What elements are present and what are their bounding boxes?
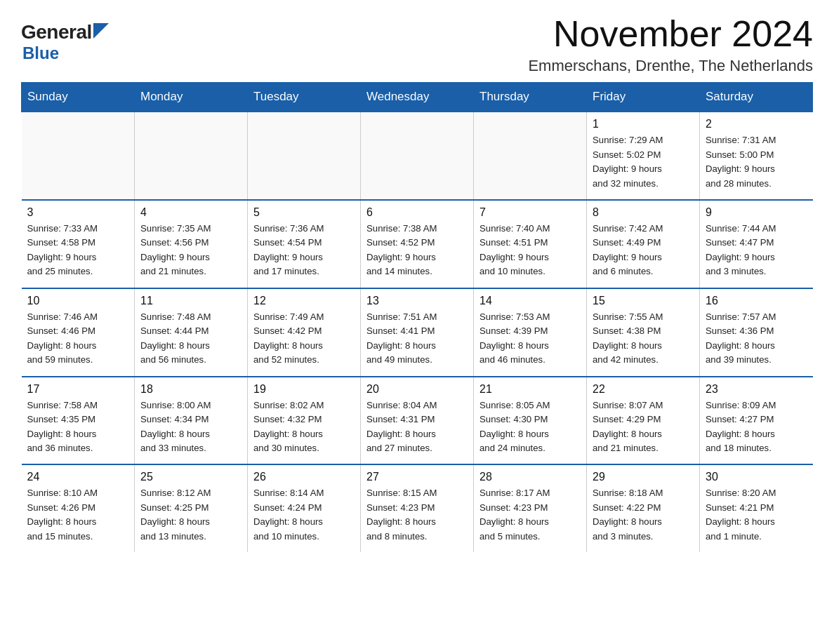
- day-info: Sunrise: 8:00 AMSunset: 4:34 PMDaylight:…: [140, 398, 241, 456]
- svg-marker-0: [93, 23, 109, 39]
- day-info: Sunrise: 8:18 AMSunset: 4:22 PMDaylight:…: [593, 486, 694, 544]
- calendar-cell: 3Sunrise: 7:33 AMSunset: 4:58 PMDaylight…: [22, 200, 135, 288]
- calendar-cell: [22, 112, 135, 200]
- day-info: Sunrise: 7:49 AMSunset: 4:42 PMDaylight:…: [253, 310, 355, 368]
- calendar-cell: 9Sunrise: 7:44 AMSunset: 4:47 PMDaylight…: [700, 200, 813, 288]
- day-number: 1: [593, 118, 694, 130]
- day-info: Sunrise: 8:09 AMSunset: 4:27 PMDaylight:…: [706, 398, 807, 456]
- calendar-cell: 29Sunrise: 8:18 AMSunset: 4:22 PMDayligh…: [587, 464, 700, 552]
- day-number: 29: [593, 471, 694, 483]
- day-info: Sunrise: 7:57 AMSunset: 4:36 PMDaylight:…: [706, 310, 807, 368]
- day-number: 10: [27, 295, 129, 307]
- header-day-friday: Friday: [587, 83, 700, 112]
- day-number: 9: [706, 206, 807, 219]
- day-number: 6: [366, 206, 468, 219]
- calendar-cell: 10Sunrise: 7:46 AMSunset: 4:46 PMDayligh…: [22, 288, 135, 377]
- day-number: 17: [27, 383, 129, 396]
- calendar-cell: 20Sunrise: 8:04 AMSunset: 4:31 PMDayligh…: [361, 377, 474, 465]
- day-number: 24: [27, 471, 129, 483]
- header-day-tuesday: Tuesday: [248, 83, 361, 112]
- day-number: 14: [479, 295, 581, 307]
- calendar-cell: 19Sunrise: 8:02 AMSunset: 4:32 PMDayligh…: [248, 377, 361, 465]
- day-number: 15: [593, 295, 694, 307]
- calendar-cell: 5Sunrise: 7:36 AMSunset: 4:54 PMDaylight…: [248, 200, 361, 288]
- calendar-cell: 23Sunrise: 8:09 AMSunset: 4:27 PMDayligh…: [700, 377, 813, 465]
- day-number: 18: [140, 383, 241, 396]
- day-info: Sunrise: 7:33 AMSunset: 4:58 PMDaylight:…: [27, 222, 129, 279]
- day-number: 11: [140, 295, 241, 307]
- day-number: 22: [593, 383, 694, 396]
- header-day-saturday: Saturday: [700, 83, 813, 112]
- day-info: Sunrise: 7:29 AMSunset: 5:02 PMDaylight:…: [593, 133, 694, 191]
- calendar-cell: 18Sunrise: 8:00 AMSunset: 4:34 PMDayligh…: [135, 377, 248, 465]
- calendar-cell: 6Sunrise: 7:38 AMSunset: 4:52 PMDaylight…: [361, 200, 474, 288]
- day-number: 3: [27, 206, 129, 219]
- day-info: Sunrise: 8:05 AMSunset: 4:30 PMDaylight:…: [479, 398, 581, 456]
- day-info: Sunrise: 7:31 AMSunset: 5:00 PMDaylight:…: [706, 133, 807, 191]
- day-info: Sunrise: 7:46 AMSunset: 4:46 PMDaylight:…: [27, 310, 129, 368]
- calendar-cell: 8Sunrise: 7:42 AMSunset: 4:49 PMDaylight…: [587, 200, 700, 288]
- title-area: November 2024 Emmerschans, Drenthe, The …: [528, 14, 813, 75]
- day-number: 27: [366, 471, 468, 483]
- calendar-cell: [248, 112, 361, 200]
- calendar-cell: 2Sunrise: 7:31 AMSunset: 5:00 PMDaylight…: [700, 112, 813, 200]
- calendar-cell: 11Sunrise: 7:48 AMSunset: 4:44 PMDayligh…: [135, 288, 248, 377]
- week-row-3: 10Sunrise: 7:46 AMSunset: 4:46 PMDayligh…: [22, 288, 813, 377]
- subtitle: Emmerschans, Drenthe, The Netherlands: [528, 57, 813, 75]
- calendar-cell: [474, 112, 587, 200]
- week-row-1: 1Sunrise: 7:29 AMSunset: 5:02 PMDaylight…: [22, 112, 813, 200]
- calendar-cell: 21Sunrise: 8:05 AMSunset: 4:30 PMDayligh…: [474, 377, 587, 465]
- day-info: Sunrise: 8:07 AMSunset: 4:29 PMDaylight:…: [593, 398, 694, 456]
- calendar-header: SundayMondayTuesdayWednesdayThursdayFrid…: [22, 83, 813, 112]
- day-info: Sunrise: 8:10 AMSunset: 4:26 PMDaylight:…: [27, 486, 129, 544]
- calendar-cell: 4Sunrise: 7:35 AMSunset: 4:56 PMDaylight…: [135, 200, 248, 288]
- day-number: 25: [140, 471, 241, 483]
- day-info: Sunrise: 7:42 AMSunset: 4:49 PMDaylight:…: [593, 222, 694, 279]
- day-info: Sunrise: 8:04 AMSunset: 4:31 PMDaylight:…: [366, 398, 468, 456]
- day-headers-row: SundayMondayTuesdayWednesdayThursdayFrid…: [22, 83, 813, 112]
- calendar-cell: 22Sunrise: 8:07 AMSunset: 4:29 PMDayligh…: [587, 377, 700, 465]
- day-info: Sunrise: 8:14 AMSunset: 4:24 PMDaylight:…: [253, 486, 355, 544]
- calendar-cell: 15Sunrise: 7:55 AMSunset: 4:38 PMDayligh…: [587, 288, 700, 377]
- calendar-cell: [135, 112, 248, 200]
- calendar-cell: 26Sunrise: 8:14 AMSunset: 4:24 PMDayligh…: [248, 464, 361, 552]
- calendar-cell: 12Sunrise: 7:49 AMSunset: 4:42 PMDayligh…: [248, 288, 361, 377]
- day-info: Sunrise: 8:17 AMSunset: 4:23 PMDaylight:…: [479, 486, 581, 544]
- calendar-cell: 1Sunrise: 7:29 AMSunset: 5:02 PMDaylight…: [587, 112, 700, 200]
- day-number: 5: [253, 206, 355, 219]
- calendar-cell: 24Sunrise: 8:10 AMSunset: 4:26 PMDayligh…: [22, 464, 135, 552]
- day-info: Sunrise: 8:20 AMSunset: 4:21 PMDaylight:…: [706, 486, 807, 544]
- day-number: 23: [706, 383, 807, 396]
- day-info: Sunrise: 7:55 AMSunset: 4:38 PMDaylight:…: [593, 310, 694, 368]
- day-number: 7: [479, 206, 581, 219]
- header-day-wednesday: Wednesday: [361, 83, 474, 112]
- day-number: 21: [479, 383, 581, 396]
- week-row-2: 3Sunrise: 7:33 AMSunset: 4:58 PMDaylight…: [22, 200, 813, 288]
- calendar-cell: 14Sunrise: 7:53 AMSunset: 4:39 PMDayligh…: [474, 288, 587, 377]
- day-info: Sunrise: 7:35 AMSunset: 4:56 PMDaylight:…: [140, 222, 241, 279]
- day-number: 16: [706, 295, 807, 307]
- day-number: 13: [366, 295, 468, 307]
- day-info: Sunrise: 8:12 AMSunset: 4:25 PMDaylight:…: [140, 486, 241, 544]
- calendar-cell: 17Sunrise: 7:58 AMSunset: 4:35 PMDayligh…: [22, 377, 135, 465]
- calendar-cell: 30Sunrise: 8:20 AMSunset: 4:21 PMDayligh…: [700, 464, 813, 552]
- day-info: Sunrise: 7:40 AMSunset: 4:51 PMDaylight:…: [479, 222, 581, 279]
- day-number: 20: [366, 383, 468, 396]
- header-day-sunday: Sunday: [22, 83, 135, 112]
- day-number: 28: [479, 471, 581, 483]
- day-info: Sunrise: 7:51 AMSunset: 4:41 PMDaylight:…: [366, 310, 468, 368]
- logo: General Blue: [21, 14, 109, 63]
- logo-arrow-icon: [93, 23, 109, 39]
- header-day-monday: Monday: [135, 83, 248, 112]
- day-info: Sunrise: 7:53 AMSunset: 4:39 PMDaylight:…: [479, 310, 581, 368]
- calendar-table: SundayMondayTuesdayWednesdayThursdayFrid…: [21, 82, 813, 552]
- calendar-cell: 13Sunrise: 7:51 AMSunset: 4:41 PMDayligh…: [361, 288, 474, 377]
- day-info: Sunrise: 7:48 AMSunset: 4:44 PMDaylight:…: [140, 310, 241, 368]
- logo-blue-text: Blue: [22, 43, 59, 62]
- day-number: 8: [593, 206, 694, 219]
- day-number: 30: [706, 471, 807, 483]
- calendar-cell: 7Sunrise: 7:40 AMSunset: 4:51 PMDaylight…: [474, 200, 587, 288]
- main-title: November 2024: [528, 14, 813, 54]
- calendar-cell: 16Sunrise: 7:57 AMSunset: 4:36 PMDayligh…: [700, 288, 813, 377]
- calendar-cell: 28Sunrise: 8:17 AMSunset: 4:23 PMDayligh…: [474, 464, 587, 552]
